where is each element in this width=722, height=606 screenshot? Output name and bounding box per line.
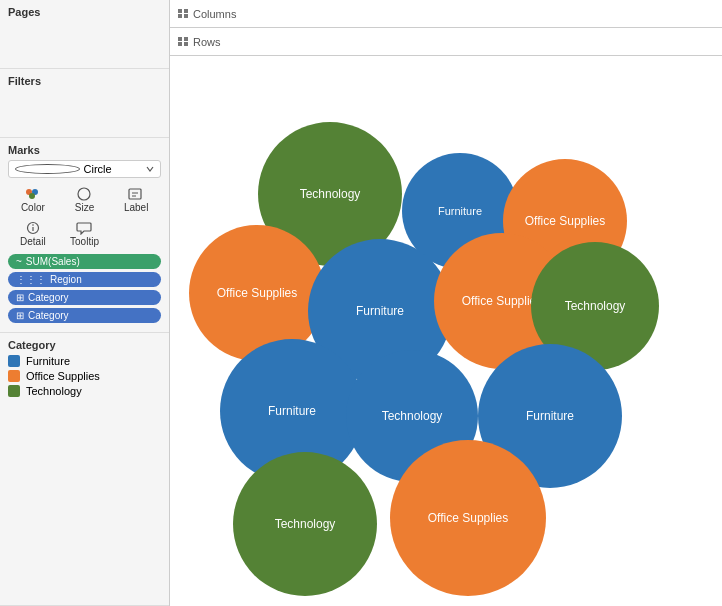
category-pill-2[interactable]: ⊞ Category [8,308,161,323]
rows-label-row: Rows [178,36,221,48]
color-icon [24,187,42,201]
legend-furniture: Furniture [8,355,161,367]
legend-technology: Technology [8,385,161,397]
legend-section: Category Furniture Office Supplies Techn… [0,333,169,606]
chart-area: TechnologyFurnitureOffice SuppliesOffice… [170,56,722,606]
region-label: Region [50,274,82,285]
pages-content [8,22,161,62]
marks-type-dropdown[interactable]: Circle [8,160,161,178]
plus-icon-1: ⊞ [16,292,24,303]
discrete-icon: ⋮⋮⋮ [16,274,46,285]
sum-sales-label: SUM(Sales) [26,256,80,267]
filters-title: Filters [8,75,161,87]
filters-content [8,91,161,131]
label-label: Label [124,202,148,213]
circle-mark-icon [15,164,80,174]
continuous-icon: ~ [16,256,22,267]
tooltip-button[interactable]: Tooltip [60,218,110,250]
rows-header: Rows [170,28,722,56]
category-legend-title: Category [8,339,161,351]
technology-color [8,385,20,397]
size-icon [75,187,93,201]
columns-header: Columns [170,0,722,28]
left-panel: Pages Filters Marks Circle Color [0,0,170,606]
tooltip-label: Tooltip [70,236,99,247]
dropdown-arrow-icon [146,165,154,173]
detail-icon [24,221,42,235]
color-label: Color [21,202,45,213]
detail-button[interactable]: Detail [8,218,58,250]
marks-type-label: Circle [84,163,147,175]
pages-title: Pages [8,6,161,18]
plus-icon-2: ⊞ [16,310,24,321]
technology-label: Technology [26,385,82,397]
filters-section: Filters [0,69,169,138]
size-button[interactable]: Size [60,184,110,216]
category-pill-1[interactable]: ⊞ Category [8,290,161,305]
columns-grid-icon [178,9,188,19]
legend-items: Furniture Office Supplies Technology [8,355,161,397]
svg-point-3 [78,188,90,200]
legend-office-supplies: Office Supplies [8,370,161,382]
svg-point-9 [32,224,34,226]
columns-text: Columns [193,8,236,20]
marks-buttons-grid: Color Size Label Detail [8,184,161,250]
size-label: Size [75,202,94,213]
furniture-color [8,355,20,367]
label-icon [127,187,145,201]
region-pill[interactable]: ⋮⋮⋮ Region [8,272,161,287]
bubble-10: Technology [233,452,377,596]
pages-section: Pages [0,0,169,69]
color-button[interactable]: Color [8,184,58,216]
columns-label-row: Columns [178,8,236,20]
svg-rect-4 [129,189,141,199]
label-button[interactable]: Label [111,184,161,216]
bubble-11: Office Supplies [390,440,546,596]
tooltip-icon [75,221,93,235]
marks-title: Marks [8,144,161,156]
rows-grid-icon [178,37,188,47]
office-supplies-color [8,370,20,382]
furniture-label: Furniture [26,355,70,367]
office-supplies-label: Office Supplies [26,370,100,382]
detail-label: Detail [20,236,46,247]
category-label-2: Category [28,310,69,321]
rows-text: Rows [193,36,221,48]
sum-sales-pill[interactable]: ~ SUM(Sales) [8,254,161,269]
marks-section: Marks Circle Color Size [0,138,169,333]
main-area: Columns Rows TechnologyFurnitureOffice S… [170,0,722,606]
category-label-1: Category [28,292,69,303]
svg-point-2 [29,193,35,199]
